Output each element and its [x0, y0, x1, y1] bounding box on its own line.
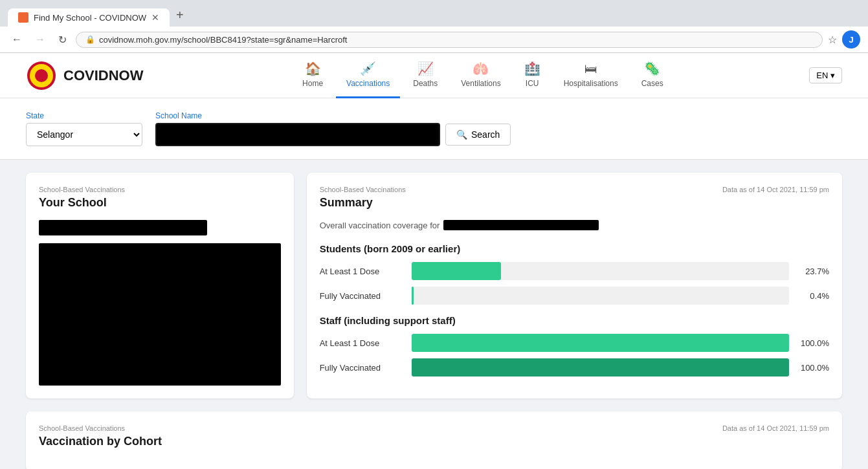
- nav-item-vaccinations[interactable]: 💉 Vaccinations: [336, 53, 400, 98]
- school-name-summary-redacted: [443, 220, 599, 230]
- summary-title: Summary: [320, 196, 829, 210]
- cohort-card: School-Based Vaccinations Data as of 14 …: [26, 411, 842, 469]
- language-button[interactable]: EN ▾: [809, 67, 842, 83]
- staff-bar-label-1: Fully Vaccinated: [320, 363, 404, 373]
- students-bar-pct-1: 0.4%: [797, 291, 829, 301]
- address-bar[interactable]: 🔒 covidnow.moh.gov.my/school/BBC8419?sta…: [76, 32, 823, 48]
- new-tab-button[interactable]: +: [171, 5, 189, 25]
- browser-chrome: Find My School - COVIDNOW ✕ +: [0, 0, 868, 27]
- nav-item-deaths[interactable]: 📈 Deaths: [403, 53, 448, 98]
- students-bar-label-1: Fully Vaccinated: [320, 291, 404, 301]
- nav-item-cases[interactable]: 🦠 Cases: [631, 53, 674, 98]
- your-school-section-label: School-Based Vaccinations: [39, 186, 281, 193]
- cohort-section-label: School-Based Vaccinations: [39, 424, 829, 432]
- cases-icon: 🦠: [644, 61, 660, 76]
- search-icon: 🔍: [456, 129, 467, 140]
- school-name-field: 🔍 Search: [155, 123, 511, 146]
- staff-bar-label-0: At Least 1 Dose: [320, 338, 404, 348]
- main-content: School-Based Vaccinations Your School Sc…: [0, 160, 868, 469]
- school-name-label: School Name: [155, 111, 511, 120]
- browser-toolbar: ← → ↻ 🔒 covidnow.moh.gov.my/school/BBC84…: [0, 27, 868, 53]
- reload-button[interactable]: ↻: [54, 32, 71, 47]
- icu-icon: 🏥: [524, 61, 540, 76]
- nav-label-hospitalisations: Hospitalisations: [564, 79, 618, 88]
- logo-area: COVIDNOW: [26, 60, 143, 91]
- staff-bar-fill-1: [412, 358, 789, 376]
- nav-label-cases: Cases: [641, 79, 663, 88]
- bookmark-button[interactable]: ☆: [828, 34, 837, 46]
- state-form-group: State Selangor Kuala Lumpur Johor Penang…: [26, 111, 142, 146]
- search-button[interactable]: 🔍 Search: [445, 124, 511, 146]
- staff-bar-track-1: [412, 358, 789, 376]
- nav-item-home[interactable]: 🏠 Home: [292, 53, 333, 98]
- vaccinations-icon: 💉: [360, 61, 376, 76]
- tab-title: Find My School - COVIDNOW: [34, 13, 146, 23]
- school-name-redacted: [39, 220, 207, 235]
- school-name-form-group: School Name 🔍 Search: [155, 111, 511, 146]
- toolbar-right: ☆ J: [828, 30, 860, 49]
- students-bar-fill-1: [412, 287, 414, 305]
- deaths-icon: 📈: [417, 61, 434, 76]
- students-heading: Students (born 2009 or earlier): [320, 243, 829, 254]
- your-school-card: School-Based Vaccinations Your School: [26, 173, 294, 398]
- tab-close-button[interactable]: ✕: [151, 12, 159, 23]
- state-label: State: [26, 111, 142, 120]
- lock-icon: 🔒: [85, 35, 95, 44]
- nav-label-deaths: Deaths: [413, 79, 438, 88]
- summary-card: School-Based Vaccinations Data as of 14 …: [307, 173, 842, 398]
- school-name-input[interactable]: [155, 123, 440, 146]
- staff-bar-track-0: [412, 334, 789, 352]
- logo-text: COVIDNOW: [63, 67, 143, 84]
- back-button[interactable]: ←: [8, 32, 26, 47]
- students-bar-row-0: At Least 1 Dose 23.7%: [320, 262, 829, 280]
- students-bar-track-1: [412, 287, 789, 305]
- profile-avatar[interactable]: J: [842, 30, 860, 49]
- logo-emblem: [26, 60, 57, 91]
- staff-bar-fill-0: [412, 334, 789, 352]
- summary-data-date: Data as of 14 Oct 2021, 11:59 pm: [722, 186, 829, 193]
- hospitalisations-icon: 🛏: [584, 61, 597, 76]
- search-section: State Selangor Kuala Lumpur Johor Penang…: [0, 98, 868, 160]
- cohort-title: Vaccination by Cohort: [39, 435, 829, 448]
- home-icon: 🏠: [305, 61, 321, 76]
- students-bar-row-1: Fully Vaccinated 0.4%: [320, 287, 829, 305]
- your-school-title: Your School: [39, 196, 281, 210]
- nav-label-home: Home: [302, 79, 323, 88]
- site-header: COVIDNOW 🏠 Home 💉 Vaccinations 📈 Deaths …: [0, 53, 868, 98]
- staff-bar-row-0: At Least 1 Dose 100.0%: [320, 334, 829, 352]
- coverage-text: Overall vaccination coverage for: [320, 220, 829, 230]
- students-bar-pct-0: 23.7%: [797, 267, 829, 276]
- students-bar-track-0: [412, 262, 789, 280]
- students-bar-label-0: At Least 1 Dose: [320, 267, 404, 276]
- staff-bar-pct-1: 100.0%: [797, 363, 829, 373]
- staff-heading: Staff (including support staff): [320, 315, 829, 326]
- nav-label-ventilations: Ventilations: [461, 79, 500, 88]
- forward-button[interactable]: →: [31, 32, 49, 47]
- coverage-prefix: Overall vaccination coverage for: [320, 221, 440, 230]
- nav-label-icu: ICU: [526, 79, 539, 88]
- students-bar-fill-0: [412, 262, 501, 280]
- state-select[interactable]: Selangor Kuala Lumpur Johor Penang Sabah…: [26, 123, 142, 146]
- search-button-label: Search: [471, 129, 500, 140]
- main-nav: 🏠 Home 💉 Vaccinations 📈 Deaths 🫁 Ventila…: [169, 53, 796, 98]
- nav-label-vaccinations: Vaccinations: [346, 79, 390, 88]
- staff-bar-pct-0: 100.0%: [797, 338, 829, 348]
- nav-item-icu[interactable]: 🏥 ICU: [514, 53, 551, 98]
- content-grid: School-Based Vaccinations Your School Sc…: [26, 173, 842, 398]
- cohort-data-date: Data as of 14 Oct 2021, 11:59 pm: [722, 424, 829, 432]
- staff-bar-row-1: Fully Vaccinated 100.0%: [320, 358, 829, 376]
- active-tab[interactable]: Find My School - COVIDNOW ✕: [8, 8, 170, 27]
- tab-favicon: [18, 12, 28, 23]
- ventilations-icon: 🫁: [473, 61, 489, 76]
- nav-item-hospitalisations[interactable]: 🛏 Hospitalisations: [553, 53, 629, 98]
- url-text: covidnow.moh.gov.my/school/BBC8419?state…: [99, 35, 347, 45]
- school-map-redacted: [39, 243, 281, 386]
- nav-item-ventilations[interactable]: 🫁 Ventilations: [451, 53, 511, 98]
